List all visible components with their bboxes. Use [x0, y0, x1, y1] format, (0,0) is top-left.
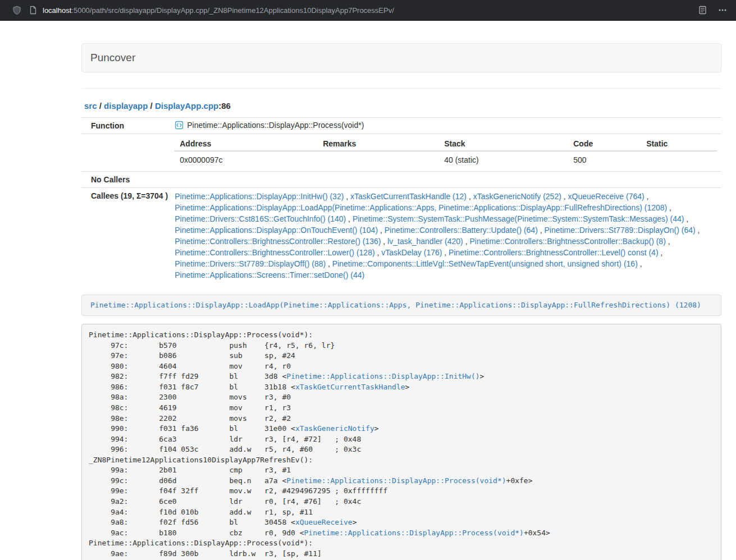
stack-value: 40 (static) — [439, 151, 568, 168]
code-symbol-link[interactable]: Pinetime::Applications::DisplayApp::Proc… — [304, 529, 524, 537]
callee-separator: , — [467, 192, 473, 201]
page-container: Puncover src / displayapp / DisplayApp.c… — [81, 21, 721, 560]
callee-separator: , — [378, 226, 385, 235]
callee-link[interactable]: Pinetime::Controllers::BrightnessControl… — [449, 248, 658, 257]
callee-link[interactable]: Pinetime::Controllers::BrightnessControl… — [175, 237, 381, 246]
callee-link[interactable]: xTaskGetCurrentTaskHandle (12) — [350, 192, 467, 201]
toolbar-right — [698, 6, 727, 15]
callee-separator: , — [346, 214, 353, 223]
callee-separator: , — [463, 237, 470, 246]
callee-link[interactable]: Pinetime::Applications::Screens::Timer::… — [175, 270, 364, 279]
callee-separator: , — [326, 259, 332, 268]
url-path: :5000/path/src/displayapp/DisplayApp.cpp… — [71, 6, 394, 15]
callee-link[interactable]: xTaskGenericNotify (252) — [473, 192, 561, 201]
callee-link[interactable]: Pinetime::Applications::DisplayApp::OnTo… — [175, 226, 378, 235]
col-static: Static — [641, 137, 717, 151]
breadcrumb: src / displayapp / DisplayApp.cpp:86 — [84, 101, 721, 111]
col-code: Code — [568, 137, 641, 151]
function-row-label: Function — [81, 118, 170, 134]
callee-link[interactable]: Pinetime::Applications::DisplayApp::Init… — [175, 192, 344, 201]
brand-link[interactable]: Puncover — [90, 52, 135, 64]
callee-separator: , — [667, 203, 671, 212]
stats-header-row: Address Remarks Stack Code Static — [175, 137, 717, 151]
breadcrumb-link-file[interactable]: DisplayApp.cpp — [155, 101, 218, 111]
callee-link[interactable]: Pinetime::System::SystemTask::PushMessag… — [353, 214, 684, 223]
disassembly-block: Pinetime::Applications::DisplayApp::Proc… — [81, 324, 721, 560]
address-bar[interactable]: localhost:5000/path/src/displayapp/Displ… — [29, 6, 698, 15]
col-remarks: Remarks — [318, 137, 439, 151]
callee-separator: , — [344, 192, 350, 201]
callee-link[interactable]: Pinetime::Controllers::BrightnessControl… — [469, 237, 665, 246]
code-symbol-link[interactable]: Pinetime::Applications::DisplayApp::Proc… — [286, 476, 506, 485]
highlight-panel-link[interactable]: Pinetime::Applications::DisplayApp::Load… — [90, 301, 701, 309]
callee-link[interactable]: Pinetime::Drivers::St7789::DisplayOn() (… — [545, 226, 696, 235]
url-host: localhost — [43, 6, 71, 15]
callee-separator: , — [381, 237, 387, 246]
callee-link[interactable]: Pinetime::Controllers::BrightnessControl… — [175, 248, 374, 257]
address-value: 0x0000097c — [175, 151, 318, 168]
callee-link[interactable]: Pinetime::Applications::DisplayApp::Load… — [175, 203, 667, 212]
callees-label: Callees (19, Σ=3704 ) — [81, 188, 170, 284]
no-callers-row: No Callers — [81, 172, 721, 188]
remarks-value — [318, 151, 439, 168]
stats-data-row: 0x0000097c 40 (static) 500 — [175, 151, 717, 168]
code-symbol-link[interactable]: xTaskGenericNotify — [295, 424, 374, 433]
more-options-icon[interactable] — [718, 6, 727, 15]
method-icon — [175, 121, 184, 130]
callee-link[interactable]: Pinetime::Drivers::Cst816S::GetTouchInfo… — [175, 214, 346, 223]
callee-link[interactable]: xQueueReceive (764) — [568, 192, 644, 201]
stats-table: Address Remarks Stack Code Static 0x0000… — [175, 137, 717, 168]
code-symbol-link[interactable]: xTaskGetCurrentTaskHandle — [295, 383, 405, 391]
code-symbol-link[interactable]: xQueueReceive — [295, 518, 353, 526]
callees-cell: Pinetime::Applications::DisplayApp::Init… — [170, 188, 721, 284]
callee-separator: , — [375, 248, 382, 257]
highlight-panel: Pinetime::Applications::DisplayApp::Load… — [81, 295, 721, 316]
breadcrumb-link-displayapp[interactable]: displayapp — [104, 101, 148, 111]
no-callers-label: No Callers — [81, 172, 170, 188]
code-symbol-link[interactable]: Pinetime::Applications::DisplayApp::Init… — [286, 372, 479, 380]
col-stack: Stack — [439, 137, 568, 151]
callee-separator: , — [538, 226, 545, 235]
breadcrumb-line-number: :86 — [218, 101, 231, 111]
callee-separator: , — [561, 192, 568, 201]
callee-separator: , — [666, 237, 670, 246]
function-row: Function Pinetime::Applications::Display… — [81, 118, 721, 134]
breadcrumb-separator: / — [97, 101, 104, 111]
col-address: Address — [175, 137, 318, 151]
divider — [81, 88, 721, 89]
shield-icon[interactable] — [12, 6, 21, 15]
callees-row: Callees (19, Σ=3704 ) Pinetime::Applicat… — [81, 188, 721, 284]
reader-view-icon[interactable] — [698, 6, 707, 15]
breadcrumb-link-src[interactable]: src — [84, 101, 97, 111]
callee-separator: , — [684, 214, 688, 223]
callee-separator: , — [659, 248, 663, 257]
function-name: Pinetime::Applications::DisplayApp::Proc… — [187, 121, 364, 130]
navbar: Puncover — [81, 43, 721, 72]
empty-row-label — [81, 134, 170, 172]
page-info-icon[interactable] — [29, 6, 37, 15]
callee-link[interactable]: vTaskDelay (176) — [381, 248, 442, 257]
callee-link[interactable]: Pinetime::Controllers::Battery::Update()… — [385, 226, 538, 235]
callee-separator: , — [638, 259, 642, 268]
callee-separator: , — [442, 248, 449, 257]
browser-chrome: localhost:5000/path/src/displayapp/Displ… — [0, 0, 736, 21]
url-text[interactable]: localhost:5000/path/src/displayapp/Displ… — [43, 6, 394, 15]
symbol-table: Function Pinetime::Applications::Display… — [81, 117, 721, 283]
static-value — [641, 151, 717, 168]
breadcrumb-separator: / — [148, 101, 155, 111]
callee-link[interactable]: Pinetime::Drivers::St7789::DisplayOff() … — [175, 259, 326, 268]
callee-link[interactable]: lv_task_handler (420) — [387, 237, 463, 246]
callee-separator: , — [644, 192, 649, 201]
stats-row-container: Address Remarks Stack Code Static 0x0000… — [81, 134, 721, 172]
code-value: 500 — [568, 151, 641, 168]
callee-link[interactable]: Pinetime::Components::LittleVgl::SetNewT… — [332, 259, 638, 268]
callee-separator: , — [696, 226, 700, 235]
